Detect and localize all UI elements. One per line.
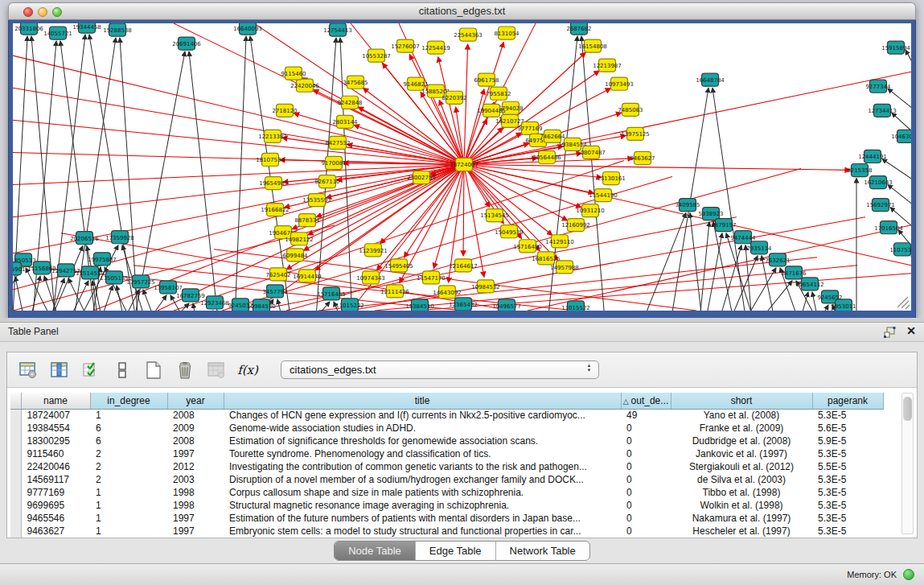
graph-node[interactable]: 12754413 [323,23,352,36]
graph-node[interactable]: 13130161 [597,172,626,185]
graph-node[interactable]: 7625402 [265,268,290,281]
cell-out_de[interactable]: 0 [621,422,671,435]
graph-node[interactable]: 22544363 [454,28,483,41]
cell-pagerank[interactable]: 5.3E-5 [812,447,883,460]
cell-title[interactable]: Estimation of significance thresholds fo… [224,435,621,447]
function-builder-icon[interactable]: f(x) [236,359,259,381]
graph-node[interactable]: 10496577 [492,299,521,311]
graph-node[interactable]: 11547170 [417,271,446,284]
show-column-icon[interactable] [48,359,71,381]
cell-name[interactable]: 18300295 [21,435,90,447]
minimize-button[interactable] [38,7,47,17]
cell-in_degree[interactable]: 1 [90,409,167,422]
cell-short[interactable]: Jankovic et al. (1997) [671,447,812,460]
graph-node[interactable]: 8427552 [325,136,350,149]
graph-node[interactable]: 10974343 [356,271,385,284]
graph-node[interactable]: 6961758 [474,73,499,86]
float-window-icon[interactable] [884,327,897,338]
tab-network-table[interactable]: Network Table [495,542,589,560]
graph-node[interactable]: 7485063 [618,103,643,116]
graph-node[interactable]: 3457791 [262,285,287,298]
cell-title[interactable]: Embryonic stem cells: a model to study s… [224,525,621,538]
cell-out_de[interactable]: 49 [621,409,671,422]
graph-node[interactable]: 10984532 [471,280,500,293]
graph-node[interactable]: 12444191 [858,150,887,163]
graph-node[interactable]: 7632621 [765,253,790,266]
cell-title[interactable]: Tourette syndrome. Phenomenology and cla… [224,447,621,460]
cell-in_degree[interactable]: 2 [90,473,167,486]
cell-pagerank[interactable]: 5.3E-5 [812,499,883,512]
graph-node[interactable]: 15276007 [391,39,420,52]
graph-node[interactable]: 9463627 [630,151,655,164]
tab-node-table[interactable]: Node Table [335,542,415,560]
graph-node[interactable]: 2803144 [332,115,358,128]
graph-node[interactable]: 15692971 [866,199,895,212]
cell-name[interactable]: 9115460 [21,447,90,460]
graph-node[interactable]: 20691406 [172,37,201,50]
graph-node[interactable]: 9170081 [321,156,346,169]
graph-node[interactable]: 12164617 [449,259,478,272]
graph-node[interactable]: 9242848 [337,96,362,109]
graph-node[interactable]: 12213987 [593,59,622,72]
cell-name[interactable]: 9699695 [21,499,90,512]
cell-name[interactable]: 9465546 [21,512,90,525]
graph-node[interactable]: 12160992 [561,219,590,232]
graph-node[interactable]: 8131054 [494,27,519,39]
graph-node[interactable]: 10931210 [576,204,605,217]
graph-node[interactable]: 12254419 [421,41,450,54]
cell-title[interactable]: Genome-wide association studies in ADHD. [224,422,621,435]
import-table-icon[interactable] [205,359,228,381]
graph-node[interactable]: 10973493 [605,77,634,90]
cell-year[interactable]: 1998 [167,499,224,512]
row-height-icon[interactable] [111,359,133,381]
cell-in_degree[interactable]: 1 [90,499,167,512]
cell-out_de[interactable]: 0 [621,486,671,499]
cell-year[interactable]: 2012 [167,460,224,473]
scrollbar-thumb[interactable] [903,397,912,421]
graph-node[interactable]: 16640093 [233,23,262,35]
graph-node[interactable]: 12365432 [449,298,478,311]
graph-node[interactable]: 20331806 [14,23,43,35]
cell-in_degree[interactable]: 2 [90,460,167,473]
column-header-in_degree[interactable]: in_degree [90,393,167,409]
table-select-dropdown[interactable]: citations_edges.txt ▲▼ [281,360,599,379]
cell-out_de[interactable]: 0 [621,499,671,512]
zoom-button[interactable] [52,7,62,17]
cell-out_de[interactable]: 0 [621,512,671,525]
cell-title[interactable]: Changes of HCN gene expression and I(f) … [224,409,621,422]
cell-out_de[interactable]: 0 [621,447,671,460]
network-canvas[interactable]: 1872400722420046911546027181201221338318… [13,23,911,311]
cell-name[interactable]: 9463627 [21,525,90,538]
cell-pagerank[interactable]: 5.3E-5 [812,512,883,525]
tab-edge-table[interactable]: Edge Table [415,542,495,560]
cell-year[interactable]: 2008 [167,435,224,447]
graph-node[interactable]: 2718120 [272,104,297,117]
cell-title[interactable]: Structural magnetic resonance image aver… [224,499,621,512]
graph-node[interactable]: 3409585 [675,199,700,212]
cell-name[interactable]: 9777169 [21,486,90,499]
cell-year[interactable]: 2009 [167,422,224,435]
cell-short[interactable]: Nakamura et al. (1997) [671,512,812,525]
graph-node[interactable]: 8220392 [441,91,466,104]
cell-pagerank[interactable]: 5.3E-5 [812,409,883,422]
graph-node[interactable]: 10463043 [891,130,911,142]
network-graph[interactable]: 1872400722420046911546027181201221338318… [13,23,911,311]
graph-node[interactable]: 10553287 [362,49,391,62]
cell-pagerank[interactable]: 5.3E-5 [812,486,883,499]
cell-in_degree[interactable]: 1 [90,525,167,538]
cell-in_degree[interactable]: 2 [90,447,167,460]
window-titlebar[interactable]: citations_edges.txt [8,2,916,20]
cell-pagerank[interactable]: 5.3E-5 [812,525,883,538]
cell-year[interactable]: 1997 [167,512,224,525]
graph-node[interactable]: 12213383 [258,130,287,142]
cell-short[interactable]: Hescheler et al. (1997) [671,525,812,538]
graph-node[interactable]: 13975125 [621,127,650,140]
cell-pagerank[interactable]: 5.5E-5 [812,460,883,473]
table-settings-icon[interactable] [17,359,39,381]
graph-node[interactable]: 8878334 [294,214,320,227]
graph-node[interactable]: 20206516 [70,232,99,245]
graph-node[interactable]: 2935114 [746,241,772,254]
cell-year[interactable]: 1997 [167,525,224,538]
cell-short[interactable]: Franke et al. (2009) [671,422,812,435]
graph-node[interactable]: 9777169 [517,122,542,134]
